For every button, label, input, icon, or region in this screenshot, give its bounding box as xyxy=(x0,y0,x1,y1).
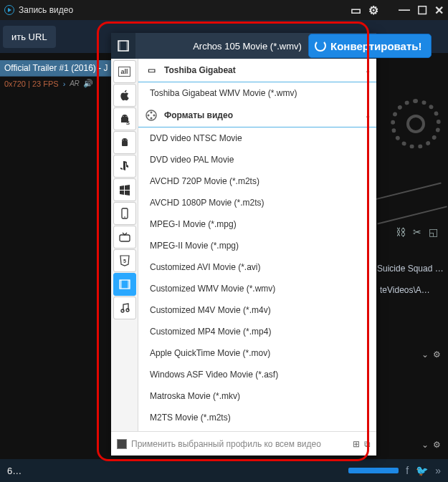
tool-icon-1[interactable]: ▭ xyxy=(351,4,361,17)
link-icon[interactable]: ⛓ xyxy=(396,226,406,238)
copy-profile-icon[interactable]: ⧉ xyxy=(364,439,371,449)
rail-android-icon[interactable] xyxy=(113,131,136,154)
group-label: Toshiba Gigabeat xyxy=(164,65,236,75)
app-icon xyxy=(4,5,14,15)
list-item[interactable]: Windows ASF Video Movie (*.asf) xyxy=(138,364,376,385)
add-url-button[interactable]: ить URL xyxy=(3,26,56,48)
window-title: Запись видео xyxy=(19,5,73,15)
bg-file-row[interactable]: ▣Suicide Squad … xyxy=(366,264,445,274)
svg-point-18 xyxy=(151,112,153,114)
rail-phone-icon[interactable] xyxy=(113,202,136,225)
svg-point-20 xyxy=(151,117,153,120)
panel-footer: Применить выбранный профиль ко всем виде… xyxy=(111,431,376,456)
close-icon[interactable]: ✕ xyxy=(434,4,444,17)
svg-point-4 xyxy=(125,116,126,117)
svg-rect-13 xyxy=(120,280,122,289)
svg-rect-10 xyxy=(120,235,130,241)
rail-android-s-icon[interactable]: S xyxy=(113,107,136,130)
svg-rect-2 xyxy=(126,41,128,51)
list-item[interactable]: MPEG-II Movie (*.mpg) xyxy=(138,235,376,256)
gear-icon: ⚙ xyxy=(433,440,441,450)
bg-video-label: ео xyxy=(366,426,445,436)
svg-rect-1 xyxy=(118,41,120,51)
refresh-icon xyxy=(315,40,326,52)
group-toshiba[interactable]: ▭ Toshiba Gigabeat ⌄ xyxy=(138,59,376,82)
category-rail: all S 5 xyxy=(111,59,138,431)
rail-html5-icon[interactable]: 5 xyxy=(113,249,136,272)
list-item[interactable]: Apple QuickTime Movie (*.mov) xyxy=(138,342,376,364)
queue-item-meta: 0x720 | 23 FPS › AR 🔊 xyxy=(0,77,122,90)
chevron-down-icon: ⌄ xyxy=(365,67,371,74)
svg-point-15 xyxy=(121,309,124,312)
rail-all[interactable]: all xyxy=(113,60,136,83)
queue-area: Official Trailer #1 (2016) - J 0x720 | 2… xyxy=(0,60,122,90)
convert-label: Конвертировать! xyxy=(330,40,422,52)
rail-playstation-icon[interactable] xyxy=(113,155,136,178)
reel-icon xyxy=(144,108,158,122)
minimize-icon[interactable]: — xyxy=(399,4,410,16)
svg-point-9 xyxy=(124,216,125,218)
cut-icon[interactable]: ✂ xyxy=(413,226,421,238)
settings-icon[interactable]: ⚙ xyxy=(368,4,378,17)
facebook-icon[interactable]: f xyxy=(406,465,409,476)
list-item[interactable]: M2TS Movie (*.m2ts) xyxy=(138,407,376,428)
crop-icon[interactable]: ◱ xyxy=(429,226,438,238)
list-item[interactable]: AVCHD 720P Movie (*.m2ts) xyxy=(138,170,376,192)
bottom-text: 6… xyxy=(7,466,22,476)
group-label: Форматы видео xyxy=(164,110,233,120)
svg-point-19 xyxy=(153,115,156,117)
format-list: ▭ Toshiba Gigabeat ⌄ Toshiba Gigabeat WM… xyxy=(138,59,376,431)
svg-point-6 xyxy=(123,140,123,140)
list-item[interactable]: DVD video PAL Movie xyxy=(138,149,376,170)
list-item[interactable]: MPEG-I Movie (*.mpg) xyxy=(138,213,376,235)
svg-point-21 xyxy=(148,115,150,117)
apply-all-checkbox[interactable] xyxy=(117,439,127,449)
svg-rect-5 xyxy=(122,141,128,146)
list-item[interactable]: Customized MP4 Movie (*.mp4) xyxy=(138,321,376,342)
svg-rect-14 xyxy=(128,280,130,289)
list-item[interactable]: AVCHD 1080P Movie (*.m2ts) xyxy=(138,192,376,213)
device-icon: ▭ xyxy=(144,63,158,77)
bg-row: ки xyxy=(366,248,445,258)
rail-video-icon[interactable] xyxy=(113,273,136,296)
format-dropdown-panel: Archos 105 Movie (*.wmv) ▼ all S 5 ▭ Tos… xyxy=(111,33,376,456)
queue-item[interactable]: Official Trailer #1 (2016) - J xyxy=(0,60,122,77)
rail-windows-icon[interactable] xyxy=(113,178,136,201)
gear-icon: ⚙ xyxy=(433,350,441,360)
bg-settings-row[interactable]: ⌄⚙ xyxy=(421,440,441,450)
rail-tv-icon[interactable] xyxy=(113,226,136,249)
list-item[interactable]: Matroska Movie (*.mkv) xyxy=(138,385,376,407)
list-item[interactable]: Toshiba Gigabeat WMV Movie (*.wmv) xyxy=(138,82,376,104)
bg-settings-row[interactable]: ⌄⚙ xyxy=(421,350,441,360)
svg-text:5: 5 xyxy=(123,259,126,264)
chevron-down-icon: ⌄ xyxy=(365,112,371,120)
list-item[interactable]: DVD video NTSC Movie xyxy=(138,127,376,149)
list-item[interactable]: Customized M4V Movie (*.m4v) xyxy=(138,299,376,321)
maximize-icon[interactable]: ☐ xyxy=(417,4,427,17)
window-titlebar: Запись видео ▭ ⚙ — ☐ ✕ xyxy=(0,0,448,20)
apply-all-label: Применить выбранный профиль ко всем виде… xyxy=(131,439,348,449)
twitter-icon[interactable]: 🐦 xyxy=(416,465,428,476)
film-icon xyxy=(111,33,135,59)
clip-tools: ⛓ ✂ ◱ xyxy=(396,226,438,238)
svg-point-3 xyxy=(123,116,123,117)
list-item[interactable]: Customized AVI Movie (*.avi) xyxy=(138,256,376,278)
svg-point-16 xyxy=(126,309,129,312)
more-icon[interactable]: » xyxy=(435,465,441,476)
svg-point-7 xyxy=(125,140,126,140)
background-film-art xyxy=(369,86,448,244)
bg-path-row[interactable]: 📁teVideos\A… xyxy=(366,285,445,295)
rail-music-icon[interactable] xyxy=(113,297,136,319)
convert-button[interactable]: Конвертировать! xyxy=(308,34,432,58)
rail-apple-icon[interactable] xyxy=(113,84,136,107)
group-video-formats[interactable]: Форматы видео ⌄ xyxy=(138,104,376,127)
list-item[interactable]: Customized WMV Movie (*.wmv) xyxy=(138,278,376,299)
add-profile-icon[interactable]: ⊞ xyxy=(353,439,360,449)
bottom-bar: 6… f 🐦 » xyxy=(0,459,448,482)
progress-bar xyxy=(348,468,399,473)
